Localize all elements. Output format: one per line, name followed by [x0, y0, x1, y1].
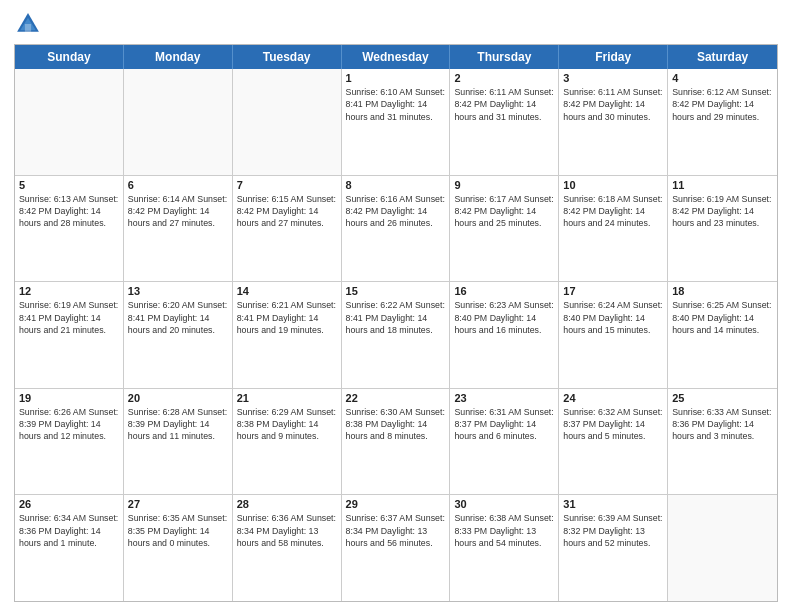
cell-info: Sunrise: 6:23 AM Sunset: 8:40 PM Dayligh…	[454, 299, 554, 336]
calendar-cell-0-3: 1Sunrise: 6:10 AM Sunset: 8:41 PM Daylig…	[342, 69, 451, 175]
calendar-cell-3-4: 23Sunrise: 6:31 AM Sunset: 8:37 PM Dayli…	[450, 389, 559, 495]
cell-info: Sunrise: 6:35 AM Sunset: 8:35 PM Dayligh…	[128, 512, 228, 549]
day-number: 7	[237, 179, 337, 191]
day-number: 23	[454, 392, 554, 404]
calendar-cell-0-4: 2Sunrise: 6:11 AM Sunset: 8:42 PM Daylig…	[450, 69, 559, 175]
day-number: 9	[454, 179, 554, 191]
calendar-cell-3-3: 22Sunrise: 6:30 AM Sunset: 8:38 PM Dayli…	[342, 389, 451, 495]
weekday-header-wednesday: Wednesday	[342, 45, 451, 69]
calendar-cell-1-2: 7Sunrise: 6:15 AM Sunset: 8:42 PM Daylig…	[233, 176, 342, 282]
cell-info: Sunrise: 6:28 AM Sunset: 8:39 PM Dayligh…	[128, 406, 228, 443]
day-number: 8	[346, 179, 446, 191]
day-number: 1	[346, 72, 446, 84]
calendar-cell-3-6: 25Sunrise: 6:33 AM Sunset: 8:36 PM Dayli…	[668, 389, 777, 495]
day-number: 12	[19, 285, 119, 297]
calendar-cell-0-0	[15, 69, 124, 175]
weekday-header-friday: Friday	[559, 45, 668, 69]
calendar-cell-4-1: 27Sunrise: 6:35 AM Sunset: 8:35 PM Dayli…	[124, 495, 233, 601]
page: SundayMondayTuesdayWednesdayThursdayFrid…	[0, 0, 792, 612]
weekday-header-sunday: Sunday	[15, 45, 124, 69]
logo	[14, 10, 46, 38]
svg-rect-2	[25, 24, 31, 32]
cell-info: Sunrise: 6:18 AM Sunset: 8:42 PM Dayligh…	[563, 193, 663, 230]
day-number: 20	[128, 392, 228, 404]
cell-info: Sunrise: 6:16 AM Sunset: 8:42 PM Dayligh…	[346, 193, 446, 230]
day-number: 10	[563, 179, 663, 191]
calendar-cell-3-5: 24Sunrise: 6:32 AM Sunset: 8:37 PM Dayli…	[559, 389, 668, 495]
calendar-cell-3-0: 19Sunrise: 6:26 AM Sunset: 8:39 PM Dayli…	[15, 389, 124, 495]
calendar-cell-1-3: 8Sunrise: 6:16 AM Sunset: 8:42 PM Daylig…	[342, 176, 451, 282]
cell-info: Sunrise: 6:17 AM Sunset: 8:42 PM Dayligh…	[454, 193, 554, 230]
cell-info: Sunrise: 6:30 AM Sunset: 8:38 PM Dayligh…	[346, 406, 446, 443]
calendar-row-0: 1Sunrise: 6:10 AM Sunset: 8:41 PM Daylig…	[15, 69, 777, 175]
calendar-cell-0-1	[124, 69, 233, 175]
cell-info: Sunrise: 6:33 AM Sunset: 8:36 PM Dayligh…	[672, 406, 773, 443]
calendar-cell-4-0: 26Sunrise: 6:34 AM Sunset: 8:36 PM Dayli…	[15, 495, 124, 601]
calendar-cell-4-4: 30Sunrise: 6:38 AM Sunset: 8:33 PM Dayli…	[450, 495, 559, 601]
day-number: 31	[563, 498, 663, 510]
day-number: 14	[237, 285, 337, 297]
day-number: 11	[672, 179, 773, 191]
calendar-cell-2-4: 16Sunrise: 6:23 AM Sunset: 8:40 PM Dayli…	[450, 282, 559, 388]
cell-info: Sunrise: 6:34 AM Sunset: 8:36 PM Dayligh…	[19, 512, 119, 549]
cell-info: Sunrise: 6:20 AM Sunset: 8:41 PM Dayligh…	[128, 299, 228, 336]
header	[14, 10, 778, 38]
calendar-cell-3-1: 20Sunrise: 6:28 AM Sunset: 8:39 PM Dayli…	[124, 389, 233, 495]
calendar-cell-0-5: 3Sunrise: 6:11 AM Sunset: 8:42 PM Daylig…	[559, 69, 668, 175]
calendar-cell-1-5: 10Sunrise: 6:18 AM Sunset: 8:42 PM Dayli…	[559, 176, 668, 282]
calendar-cell-4-5: 31Sunrise: 6:39 AM Sunset: 8:32 PM Dayli…	[559, 495, 668, 601]
calendar-body: 1Sunrise: 6:10 AM Sunset: 8:41 PM Daylig…	[15, 69, 777, 601]
calendar-cell-2-3: 15Sunrise: 6:22 AM Sunset: 8:41 PM Dayli…	[342, 282, 451, 388]
day-number: 6	[128, 179, 228, 191]
calendar-cell-2-5: 17Sunrise: 6:24 AM Sunset: 8:40 PM Dayli…	[559, 282, 668, 388]
cell-info: Sunrise: 6:39 AM Sunset: 8:32 PM Dayligh…	[563, 512, 663, 549]
day-number: 3	[563, 72, 663, 84]
cell-info: Sunrise: 6:31 AM Sunset: 8:37 PM Dayligh…	[454, 406, 554, 443]
cell-info: Sunrise: 6:13 AM Sunset: 8:42 PM Dayligh…	[19, 193, 119, 230]
cell-info: Sunrise: 6:11 AM Sunset: 8:42 PM Dayligh…	[563, 86, 663, 123]
calendar-cell-4-2: 28Sunrise: 6:36 AM Sunset: 8:34 PM Dayli…	[233, 495, 342, 601]
day-number: 2	[454, 72, 554, 84]
calendar-cell-2-0: 12Sunrise: 6:19 AM Sunset: 8:41 PM Dayli…	[15, 282, 124, 388]
day-number: 19	[19, 392, 119, 404]
day-number: 4	[672, 72, 773, 84]
calendar-row-4: 26Sunrise: 6:34 AM Sunset: 8:36 PM Dayli…	[15, 494, 777, 601]
cell-info: Sunrise: 6:26 AM Sunset: 8:39 PM Dayligh…	[19, 406, 119, 443]
cell-info: Sunrise: 6:32 AM Sunset: 8:37 PM Dayligh…	[563, 406, 663, 443]
cell-info: Sunrise: 6:22 AM Sunset: 8:41 PM Dayligh…	[346, 299, 446, 336]
cell-info: Sunrise: 6:14 AM Sunset: 8:42 PM Dayligh…	[128, 193, 228, 230]
calendar-cell-1-4: 9Sunrise: 6:17 AM Sunset: 8:42 PM Daylig…	[450, 176, 559, 282]
calendar-row-1: 5Sunrise: 6:13 AM Sunset: 8:42 PM Daylig…	[15, 175, 777, 282]
weekday-header-monday: Monday	[124, 45, 233, 69]
logo-icon	[14, 10, 42, 38]
weekday-header-saturday: Saturday	[668, 45, 777, 69]
cell-info: Sunrise: 6:21 AM Sunset: 8:41 PM Dayligh…	[237, 299, 337, 336]
calendar-cell-0-6: 4Sunrise: 6:12 AM Sunset: 8:42 PM Daylig…	[668, 69, 777, 175]
cell-info: Sunrise: 6:29 AM Sunset: 8:38 PM Dayligh…	[237, 406, 337, 443]
cell-info: Sunrise: 6:19 AM Sunset: 8:41 PM Dayligh…	[19, 299, 119, 336]
cell-info: Sunrise: 6:37 AM Sunset: 8:34 PM Dayligh…	[346, 512, 446, 549]
calendar-cell-4-3: 29Sunrise: 6:37 AM Sunset: 8:34 PM Dayli…	[342, 495, 451, 601]
calendar-cell-1-1: 6Sunrise: 6:14 AM Sunset: 8:42 PM Daylig…	[124, 176, 233, 282]
cell-info: Sunrise: 6:25 AM Sunset: 8:40 PM Dayligh…	[672, 299, 773, 336]
day-number: 16	[454, 285, 554, 297]
day-number: 22	[346, 392, 446, 404]
cell-info: Sunrise: 6:10 AM Sunset: 8:41 PM Dayligh…	[346, 86, 446, 123]
calendar-cell-2-6: 18Sunrise: 6:25 AM Sunset: 8:40 PM Dayli…	[668, 282, 777, 388]
day-number: 18	[672, 285, 773, 297]
day-number: 15	[346, 285, 446, 297]
day-number: 5	[19, 179, 119, 191]
day-number: 21	[237, 392, 337, 404]
calendar-row-3: 19Sunrise: 6:26 AM Sunset: 8:39 PM Dayli…	[15, 388, 777, 495]
day-number: 24	[563, 392, 663, 404]
day-number: 29	[346, 498, 446, 510]
calendar-row-2: 12Sunrise: 6:19 AM Sunset: 8:41 PM Dayli…	[15, 281, 777, 388]
calendar-cell-0-2	[233, 69, 342, 175]
day-number: 17	[563, 285, 663, 297]
calendar-cell-1-6: 11Sunrise: 6:19 AM Sunset: 8:42 PM Dayli…	[668, 176, 777, 282]
calendar-header: SundayMondayTuesdayWednesdayThursdayFrid…	[15, 45, 777, 69]
day-number: 25	[672, 392, 773, 404]
weekday-header-thursday: Thursday	[450, 45, 559, 69]
weekday-header-tuesday: Tuesday	[233, 45, 342, 69]
cell-info: Sunrise: 6:15 AM Sunset: 8:42 PM Dayligh…	[237, 193, 337, 230]
